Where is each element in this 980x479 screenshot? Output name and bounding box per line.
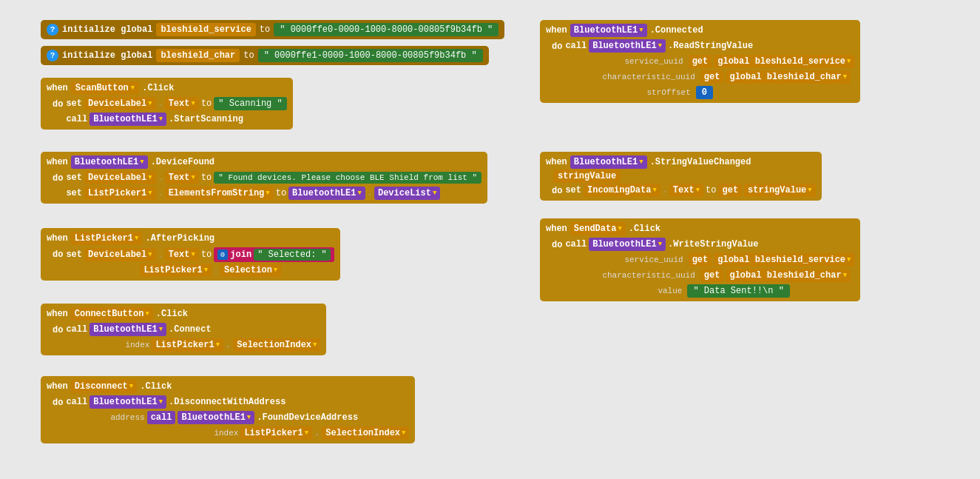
- ap-join: join: [230, 249, 251, 260]
- init-service-var: bleshield_service: [156, 23, 255, 36]
- init-service-value: " 0000ffe0-0000-1000-8000-00805f9b34fb ": [274, 23, 499, 36]
- sd-do: do: [552, 238, 562, 250]
- sd-value-label: value: [658, 287, 682, 295]
- sd-bt: BluetoothLE1 ▼: [589, 238, 666, 251]
- init-service-to: to: [260, 24, 270, 35]
- dc-bt2: call: [147, 411, 176, 424]
- conn-bt: BluetoothLE1 ▼: [589, 39, 666, 53]
- df-elem-from-str: ElementsFromString ▼: [165, 187, 274, 200]
- sd-get2: get: [700, 269, 724, 282]
- conn-service-uuid-label: service_uuid: [624, 57, 683, 66]
- ap-text: Text ▼: [165, 248, 199, 261]
- ap-listpicker2: ListPicker1 ▼: [140, 264, 212, 277]
- cb-connect: .Connect: [169, 324, 212, 335]
- sd-write: .WriteStringValue: [668, 239, 758, 249]
- svc-incoming-data: IncomingData ▼: [584, 184, 660, 197]
- conn-event: .Connected: [650, 25, 703, 36]
- scan-device-label: DeviceLabel ▼: [84, 97, 156, 110]
- init-char-label: initialize global: [62, 50, 152, 61]
- init-char-value: " 0000ffe1-0000-1000-8000-00805f9b34fb ": [258, 49, 483, 62]
- scan-set: set: [66, 98, 82, 109]
- dc-do: do: [53, 395, 63, 408]
- dc-address-label: address: [110, 413, 144, 422]
- conn-read: .ReadStringValue: [668, 41, 753, 51]
- scan-bt: BluetoothLE1 ▼: [89, 113, 166, 126]
- scan-when: when: [47, 83, 68, 93]
- cb-listpicker: ListPicker1 ▼: [152, 338, 223, 352]
- df-device-label: DeviceLabel ▼: [84, 171, 156, 184]
- send-data-block: when SendData ▼ .Click do call Bluetooth…: [540, 218, 860, 301]
- ap-join-block: ⚙ join " Selected: ": [214, 247, 334, 262]
- scan-component: ScanButton ▼: [71, 81, 139, 95]
- init-char-block: ? initialize global bleshield_char to " …: [41, 46, 489, 65]
- conn-when: when: [546, 25, 567, 36]
- df-listpicker: ListPicker1 ▼: [84, 187, 156, 200]
- dc-component: Disconnect ▼: [71, 380, 137, 393]
- ap-device-label: DeviceLabel ▼: [84, 248, 156, 261]
- canvas: ? initialize global bleshield_service to…: [0, 0, 980, 479]
- device-found-block: when BluetoothLE1 ▼ .DeviceFound do set …: [41, 152, 487, 204]
- dc-disconnect: .DisconnectWithAddress: [169, 397, 285, 407]
- connected-block: when BluetoothLE1 ▼ .Connected do call B…: [540, 20, 860, 103]
- cb-when: when: [47, 309, 68, 319]
- scan-call: call: [66, 114, 87, 124]
- conn-do: do: [552, 39, 562, 52]
- sd-when: when: [546, 224, 567, 234]
- scan-event: .Click: [142, 83, 174, 93]
- sd-get1: get: [689, 253, 712, 267]
- sd-global-service: global bleshield_service ▼: [714, 253, 854, 267]
- df-event: .DeviceFound: [151, 157, 214, 167]
- conn-get2: get: [700, 70, 724, 84]
- init-service-label: initialize global: [62, 24, 152, 35]
- dc-selection-index: SelectionIndex ▼: [322, 426, 409, 440]
- help-icon-2[interactable]: ?: [47, 50, 58, 61]
- ap-when: when: [47, 233, 68, 244]
- init-char-var: bleshield_char: [156, 49, 240, 62]
- ap-component: ListPicker1 ▼: [71, 232, 143, 245]
- conn-stroffset-label: strOffset: [646, 88, 690, 97]
- scan-start: .StartScanning: [169, 114, 243, 124]
- cb-event: .Click: [156, 309, 188, 319]
- df-device-list: DeviceList ▼: [374, 187, 440, 200]
- cb-bt: BluetoothLE1 ▼: [89, 323, 166, 336]
- dc-index-label: index: [214, 429, 238, 438]
- conn-get1: get: [689, 55, 712, 68]
- dc-found-device: .FoundDeviceAddress: [257, 412, 358, 423]
- scan-to: to: [201, 98, 212, 109]
- sd-component: SendData ▼: [570, 222, 626, 235]
- conn-zero: 0: [696, 86, 713, 99]
- help-icon[interactable]: ?: [47, 24, 58, 36]
- svc-text: Text ▼: [669, 184, 703, 197]
- string-value-changed-block: when BluetoothLE1 ▼ .StringValueChanged …: [540, 152, 822, 201]
- after-picking-block: when ListPicker1 ▼ .AfterPicking do set …: [41, 228, 340, 281]
- dc-bt3: BluetoothLE1 ▼: [178, 411, 254, 424]
- conn-char-uuid-label: characteristic_uuid: [602, 73, 695, 81]
- df-component: BluetoothLE1 ▼: [71, 155, 148, 169]
- conn-global-char: global bleshield_char ▼: [726, 70, 851, 84]
- df-found-text: " Found devices. Please choose BLE Shiel…: [214, 172, 481, 184]
- scan-scanning: " Scanning ": [214, 97, 286, 110]
- svc-get: get: [718, 184, 742, 197]
- sd-data-sent: " Data Sent!!\n ": [687, 284, 789, 298]
- disconnect-block: when Disconnect ▼ .Click do call Bluetoo…: [41, 376, 415, 443]
- ap-event: .AfterPicking: [145, 233, 214, 244]
- sd-global-char: global bleshield_char ▼: [726, 269, 851, 282]
- cb-index-label: index: [125, 341, 149, 349]
- ap-do: do: [53, 247, 63, 260]
- ap-selected-text: " Selected: ": [254, 249, 331, 261]
- svc-event: .StringValueChanged: [650, 157, 751, 167]
- df-do: do: [53, 171, 63, 184]
- df-bt2: BluetoothLE1 ▼: [288, 187, 365, 200]
- sd-event: .Click: [629, 224, 660, 234]
- conn-global-service: global bleshield_service ▼: [714, 55, 854, 68]
- cb-component: ConnectButton ▼: [71, 307, 153, 321]
- scan-text: Text ▼: [165, 97, 199, 110]
- conn-component: BluetoothLE1 ▼: [570, 24, 647, 37]
- df-text1: Text ▼: [165, 171, 199, 184]
- ap-selection: Selection ▼: [220, 264, 281, 277]
- dc-event: .Click: [140, 381, 172, 392]
- scan-button-block: when ScanButton ▼ .Click do set DeviceLa…: [41, 78, 293, 130]
- svc-string-val: stringValue ▼: [744, 184, 816, 197]
- cb-do: do: [53, 323, 63, 335]
- scan-dropdown[interactable]: ▼: [131, 84, 135, 92]
